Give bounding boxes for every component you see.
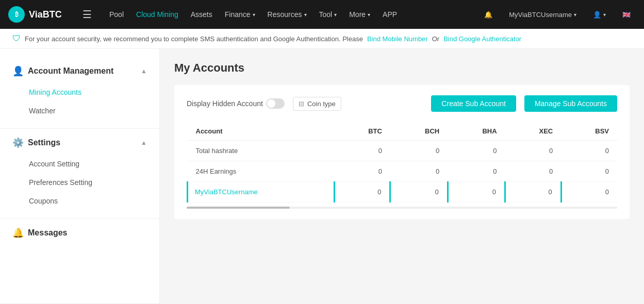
scrollbar-thumb [187,207,290,209]
chevron-down-icon: ▾ [574,12,576,18]
row-label-24h-earnings: 24H Earnings [188,161,335,182]
display-hidden-toggle[interactable] [266,98,285,109]
user-profile-button[interactable]: 👤 ▾ [588,8,611,22]
nav-more[interactable]: More ▾ [344,7,375,22]
hamburger-menu[interactable]: ☰ [82,8,92,21]
main-layout: 👤 Account Management ▲ Mining Accounts W… [0,49,644,303]
chevron-up-icon: ▲ [141,139,147,146]
coin-type-filter[interactable]: ⊟ Coin type [293,97,341,111]
horizontal-scrollbar[interactable] [187,207,617,209]
row-xec-username[interactable]: 0 [505,182,562,202]
nav-right: 🔔 MyViaBTCUsername ▾ 👤 ▾ 🇬🇧 [479,8,636,22]
table-header-row: Account BTC BCH BHA XEC BSV [188,122,618,141]
accounts-table: Account BTC BCH BHA XEC BSV Total hashra… [187,122,617,202]
sidebar: 👤 Account Management ▲ Mining Accounts W… [0,49,160,303]
chevron-down-icon: ▾ [603,12,606,18]
nav-pool[interactable]: Pool [104,7,129,22]
nav-finance[interactable]: Finance ▾ [220,7,260,22]
messages-title: Messages [28,228,68,238]
account-management-items: Mining Accounts Watcher [0,81,159,124]
row-bha-total-hashrate: 0 [448,141,505,161]
row-xec-total-hashrate: 0 [505,141,562,161]
account-management-section[interactable]: 👤 Account Management ▲ [0,61,159,81]
sidebar-item-watcher[interactable]: Watcher [0,102,159,120]
chevron-down-icon: ▾ [304,12,307,18]
nav-cloud-mining[interactable]: Cloud Mining [131,7,184,22]
security-text: For your account security, we recommend … [25,35,363,43]
display-hidden-toggle-area: Display Hidden Account [187,98,285,109]
page-title: My Accounts [174,61,630,75]
security-or-text: Or [432,35,439,43]
table-row: Total hashrate 0 0 0 0 0 [188,141,618,161]
display-hidden-label: Display Hidden Account [187,99,263,108]
sidebar-item-preferences-setting[interactable]: Preferences Setting [0,173,159,192]
chevron-down-icon: ▾ [334,12,337,18]
col-bha: BHA [448,122,505,141]
settings-title: Settings [28,138,60,147]
table-row: MyViaBTCUsername 0 0 0 0 0 [188,182,618,202]
row-btc-username[interactable]: 0 [334,182,390,202]
bell-icon: 🔔 [484,11,492,19]
coin-type-label: Coin type [307,100,336,108]
row-bha-username[interactable]: 0 [448,182,505,202]
top-navigation: ₿ ViaBTC ☰ Pool Cloud Mining Assets Fina… [0,0,644,29]
language-selector[interactable]: 🇬🇧 [617,8,636,22]
account-management-title: Account Management [28,66,113,76]
username-menu[interactable]: MyViaBTCUsername ▾ [504,8,582,22]
row-btc-24h-earnings: 0 [334,161,390,182]
security-banner: 🛡 For your account security, we recommen… [0,29,644,49]
settings-items: Account Setting Preferences Setting Coup… [0,153,159,214]
username-label: MyViaBTCUsername [509,11,572,19]
col-btc: BTC [334,122,390,141]
bell-button[interactable]: 🔔 [479,8,498,22]
col-account: Account [188,122,335,141]
accounts-card: Display Hidden Account ⊟ Coin type Creat… [174,85,630,219]
username-link[interactable]: MyViaBTCUsername [195,188,258,196]
card-toolbar: Display Hidden Account ⊟ Coin type Creat… [187,95,617,112]
nav-links: Pool Cloud Mining Assets Finance ▾ Resou… [104,7,467,22]
bind-mobile-link[interactable]: Bind Mobile Number [367,35,428,43]
col-xec: XEC [505,122,562,141]
bind-google-link[interactable]: Bind Google Authenticator [443,35,521,43]
logo-icon: ₿ [8,6,25,23]
shield-icon: 🛡 [12,34,21,43]
sidebar-divider-2 [0,218,159,219]
row-bsv-total-hashrate: 0 [561,141,617,161]
table-row: 24H Earnings 0 0 0 0 0 [188,161,618,182]
manage-sub-accounts-button[interactable]: Manage Sub Accounts [524,95,617,112]
row-bha-24h-earnings: 0 [448,161,505,182]
bell-sidebar-icon: 🔔 [12,227,24,239]
messages-section[interactable]: 🔔 Messages [0,223,159,243]
sidebar-divider-1 [0,128,159,129]
row-bch-username[interactable]: 0 [390,182,448,202]
logo[interactable]: ₿ ViaBTC [8,6,70,23]
nav-assets[interactable]: Assets [186,7,218,22]
settings-section[interactable]: ⚙️ Settings ▲ [0,133,159,153]
sidebar-item-account-setting[interactable]: Account Setting [0,155,159,173]
row-label-total-hashrate: Total hashrate [188,141,335,161]
chevron-up-icon: ▲ [141,67,147,75]
sidebar-item-mining-accounts[interactable]: Mining Accounts [0,83,159,102]
gear-icon: ⚙️ [12,137,24,148]
filter-icon: ⊟ [299,100,304,108]
col-bsv: BSV [561,122,617,141]
row-bch-total-hashrate: 0 [390,141,448,161]
nav-tool[interactable]: Tool ▾ [314,7,342,22]
person-icon: 👤 [12,65,24,77]
flag-icon: 🇬🇧 [622,11,631,19]
user-icon: 👤 [593,11,601,19]
sidebar-item-coupons[interactable]: Coupons [0,192,159,210]
nav-app[interactable]: APP [377,7,402,22]
main-content: My Accounts Display Hidden Account ⊟ Coi… [160,49,644,303]
row-btc-total-hashrate: 0 [334,141,390,161]
row-label-username[interactable]: MyViaBTCUsername [188,182,335,202]
row-bsv-24h-earnings: 0 [561,161,617,182]
row-bsv-username[interactable]: 0 [561,182,617,202]
logo-text: ViaBTC [29,9,62,20]
create-sub-account-button[interactable]: Create Sub Account [431,95,516,112]
col-bch: BCH [390,122,448,141]
chevron-down-icon: ▾ [368,12,370,18]
chevron-down-icon: ▾ [253,12,255,18]
nav-resources[interactable]: Resources ▾ [262,7,312,22]
row-xec-24h-earnings: 0 [505,161,562,182]
